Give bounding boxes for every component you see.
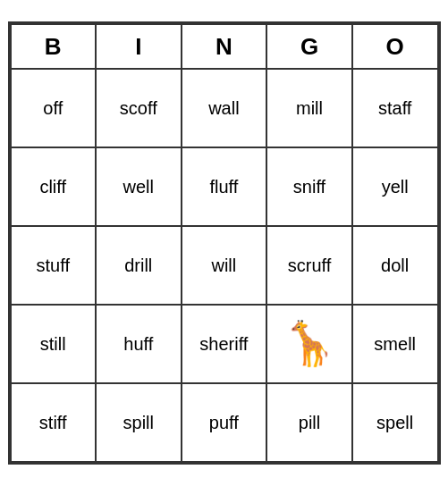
row-0: offscoffwallmillstaff — [11, 69, 438, 147]
cell-4-3: pill — [266, 383, 352, 462]
col-header-o: O — [352, 24, 438, 69]
cell-2-3: scruff — [266, 226, 352, 305]
col-header-n: N — [182, 24, 267, 69]
cell-3-4: smell — [352, 305, 438, 383]
cell-1-4: yell — [352, 147, 438, 226]
cell-2-1: drill — [96, 226, 182, 305]
cell-0-1: scoff — [96, 69, 182, 147]
row-2: stuffdrillwillscruffdoll — [11, 226, 438, 305]
bingo-body: offscoffwallmillstaffcliffwellfluffsniff… — [11, 69, 438, 462]
cell-2-0: stuff — [11, 226, 97, 305]
cell-3-1: huff — [96, 305, 182, 383]
col-header-i: I — [96, 24, 182, 69]
bingo-table: B I N G O offscoffwallmillstaffcliffwell… — [10, 23, 439, 463]
cell-1-2: fluff — [182, 147, 267, 226]
cell-4-2: puff — [182, 383, 267, 462]
cell-4-0: stiff — [11, 383, 97, 462]
cell-1-0: cliff — [11, 147, 97, 226]
cell-0-0: off — [11, 69, 97, 147]
cell-2-2: will — [182, 226, 267, 305]
giraffe-icon: 🦒 — [283, 320, 336, 367]
cell-0-2: wall — [182, 69, 267, 147]
cell-2-4: doll — [352, 226, 438, 305]
header-row: B I N G O — [11, 24, 438, 69]
col-header-g: G — [266, 24, 352, 69]
cell-1-3: sniff — [266, 147, 352, 226]
row-1: cliffwellfluffsniffyell — [11, 147, 438, 226]
cell-1-1: well — [96, 147, 182, 226]
cell-3-0: still — [11, 305, 97, 383]
row-4: stiffspillpuffpillspell — [11, 383, 438, 462]
bingo-card: B I N G O offscoffwallmillstaffcliffwell… — [8, 21, 441, 465]
col-header-b: B — [11, 24, 97, 69]
cell-3-2: sheriff — [182, 305, 267, 383]
cell-0-4: staff — [352, 69, 438, 147]
cell-0-3: mill — [266, 69, 352, 147]
row-3: stillhuffsheriff🦒smell — [11, 305, 438, 383]
cell-3-3: 🦒 — [266, 305, 352, 383]
cell-4-1: spill — [96, 383, 182, 462]
cell-4-4: spell — [352, 383, 438, 462]
